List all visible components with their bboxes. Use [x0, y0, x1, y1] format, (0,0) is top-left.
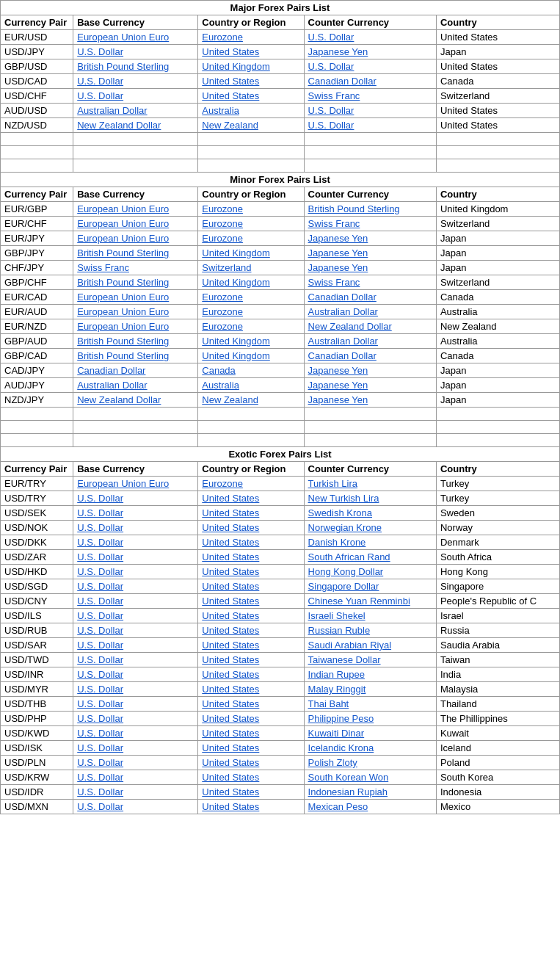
empty-cell-0-2-1: [73, 159, 198, 173]
cell-1-1-2: Eurozone: [198, 217, 304, 231]
cell-1-4-0: CHF/JPY: [1, 261, 73, 275]
table-row: USD/ISKU.S. DollarUnited StatesIcelandic…: [1, 741, 560, 756]
empty-row: [1, 421, 560, 434]
cell-1-9-0: GBP/AUD: [1, 334, 73, 349]
empty-cell-1-2-0: [1, 434, 73, 447]
cell-1-9-3: Australian Dollar: [304, 334, 436, 349]
table-row: GBP/CADBritish Pound SterlingUnited King…: [1, 349, 560, 363]
cell-0-4-3: Swiss Franc: [304, 89, 436, 104]
cell-1-13-0: NZD/JPY: [1, 393, 73, 408]
cell-0-5-0: AUD/USD: [1, 104, 73, 118]
section-title-row-2: Exotic Forex Pairs List: [1, 447, 560, 462]
empty-cell-0-2-4: [436, 159, 559, 173]
cell-2-18-3: Icelandic Krona: [304, 741, 436, 756]
cell-2-21-4: Indonesia: [436, 785, 559, 800]
cell-2-1-0: USD/TRY: [1, 491, 73, 506]
cell-2-10-2: United States: [198, 623, 304, 638]
cell-2-15-0: USD/THB: [1, 697, 73, 712]
cell-2-19-1: U.S. Dollar: [73, 756, 198, 770]
empty-row: [1, 133, 560, 146]
cell-1-7-1: European Union Euro: [73, 305, 198, 319]
cell-1-13-2: New Zealand: [198, 393, 304, 408]
cell-2-3-3: Norwegian Krone: [304, 521, 436, 535]
table-row: NZD/USDNew Zealand DollarNew ZealandU.S.…: [1, 118, 560, 133]
cell-2-10-0: USD/RUB: [1, 623, 73, 638]
empty-cell-1-2-4: [436, 434, 559, 447]
table-row: GBP/AUDBritish Pound SterlingUnited King…: [1, 334, 560, 349]
cell-1-5-3: Swiss Franc: [304, 275, 436, 290]
table-row: USD/CNYU.S. DollarUnited StatesChinese Y…: [1, 594, 560, 609]
cell-2-16-1: U.S. Dollar: [73, 712, 198, 726]
cell-1-8-0: EUR/NZD: [1, 319, 73, 334]
cell-1-1-0: EUR/CHF: [1, 217, 73, 231]
cell-0-3-2: United States: [198, 74, 304, 89]
cell-2-15-2: United States: [198, 697, 304, 712]
header-cell-1-2: Country or Region: [198, 187, 304, 202]
cell-0-1-1: U.S. Dollar: [73, 45, 198, 59]
cell-2-2-3: Swedish Krona: [304, 506, 436, 521]
cell-2-3-1: U.S. Dollar: [73, 521, 198, 535]
empty-row: [1, 408, 560, 421]
cell-2-20-1: U.S. Dollar: [73, 770, 198, 785]
cell-2-12-2: United States: [198, 653, 304, 667]
cell-2-5-2: United States: [198, 550, 304, 565]
cell-1-5-1: British Pound Sterling: [73, 275, 198, 290]
cell-2-19-4: Poland: [436, 756, 559, 770]
cell-1-9-2: United Kingdom: [198, 334, 304, 349]
cell-1-6-3: Canadian Dollar: [304, 290, 436, 305]
empty-cell-1-2-1: [73, 434, 198, 447]
cell-2-6-2: United States: [198, 565, 304, 579]
cell-2-12-3: Taiwanese Dollar: [304, 653, 436, 667]
cell-0-0-4: United States: [436, 30, 559, 45]
cell-2-13-0: USD/INR: [1, 667, 73, 682]
cell-1-11-1: Canadian Dollar: [73, 363, 198, 378]
empty-cell-1-1-0: [1, 421, 73, 434]
cell-2-9-3: Israeli Shekel: [304, 609, 436, 623]
cell-2-0-3: Turkish Lira: [304, 477, 436, 491]
cell-0-3-1: U.S. Dollar: [73, 74, 198, 89]
cell-1-11-2: Canada: [198, 363, 304, 378]
cell-0-4-0: USD/CHF: [1, 89, 73, 104]
table-row: USD/MXNU.S. DollarUnited StatesMexican P…: [1, 800, 560, 814]
table-row: USD/TRYU.S. DollarUnited StatesNew Turki…: [1, 491, 560, 506]
cell-2-0-4: Turkey: [436, 477, 559, 491]
cell-1-0-4: United Kingdom: [436, 202, 559, 217]
cell-2-11-3: Saudi Arabian Riyal: [304, 638, 436, 653]
cell-2-12-4: Taiwan: [436, 653, 559, 667]
header-cell-2-1: Base Currency: [73, 462, 198, 477]
cell-2-9-4: Israel: [436, 609, 559, 623]
empty-cell-1-0-1: [73, 408, 198, 421]
cell-2-5-0: USD/ZAR: [1, 550, 73, 565]
cell-2-10-3: Russian Ruble: [304, 623, 436, 638]
empty-cell-0-0-1: [73, 133, 198, 146]
cell-1-6-0: EUR/CAD: [1, 290, 73, 305]
cell-2-7-0: USD/SGD: [1, 579, 73, 594]
header-cell-0-2: Country or Region: [198, 15, 304, 30]
empty-cell-1-1-4: [436, 421, 559, 434]
cell-0-2-1: British Pound Sterling: [73, 59, 198, 74]
table-row: USD/IDRU.S. DollarUnited StatesIndonesia…: [1, 785, 560, 800]
empty-cell-0-1-3: [304, 146, 436, 159]
cell-1-13-3: Japanese Yen: [304, 393, 436, 408]
table-row: USD/TWDU.S. DollarUnited StatesTaiwanese…: [1, 653, 560, 667]
empty-cell-1-2-3: [304, 434, 436, 447]
section-title-1: Minor Forex Pairs List: [1, 173, 560, 187]
cell-1-6-2: Eurozone: [198, 290, 304, 305]
cell-2-2-2: United States: [198, 506, 304, 521]
empty-cell-1-0-3: [304, 408, 436, 421]
cell-1-10-3: Canadian Dollar: [304, 349, 436, 363]
cell-2-1-1: U.S. Dollar: [73, 491, 198, 506]
cell-2-0-0: EUR/TRY: [1, 477, 73, 491]
cell-1-4-4: Japan: [436, 261, 559, 275]
cell-1-2-3: Japanese Yen: [304, 231, 436, 246]
table-row: AUD/USDAustralian DollarAustraliaU.S. Do…: [1, 104, 560, 118]
cell-0-3-3: Canadian Dollar: [304, 74, 436, 89]
cell-1-2-2: Eurozone: [198, 231, 304, 246]
table-row: USD/SARU.S. DollarUnited StatesSaudi Ara…: [1, 638, 560, 653]
cell-2-2-0: USD/SEK: [1, 506, 73, 521]
cell-1-12-1: Australian Dollar: [73, 378, 198, 393]
table-row: USD/ZARU.S. DollarUnited StatesSouth Afr…: [1, 550, 560, 565]
header-cell-2-3: Counter Currency: [304, 462, 436, 477]
table-row: USD/SEKU.S. DollarUnited StatesSwedish K…: [1, 506, 560, 521]
section-title-row-1: Minor Forex Pairs List: [1, 173, 560, 187]
